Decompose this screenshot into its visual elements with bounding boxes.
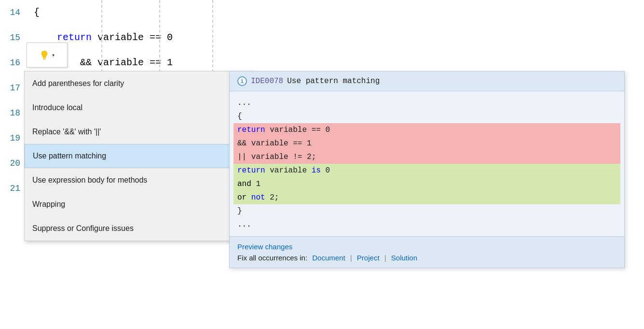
dashed-guide-3 [212, 0, 213, 77]
preview-panel: i IDE0078 Use pattern matching ... { ret… [229, 71, 625, 268]
solution-link[interactable]: Solution [391, 254, 417, 262]
code-line-15: return variable == 0 [34, 25, 644, 50]
ellipsis-top: ... [237, 99, 251, 107]
menu-item-use-pattern-matching[interactable]: Use pattern matching ▶ [25, 144, 253, 168]
added-line-3: or not 2; [233, 191, 620, 204]
menu-item-suppress[interactable]: Suppress or Configure issues ▶ [25, 216, 253, 241]
document-link[interactable]: Document [312, 254, 345, 262]
brace-open: { [237, 112, 242, 121]
separator-1: | [350, 254, 352, 262]
preview-ide-id: IDE0078 [251, 77, 283, 86]
dashed-guide-2 [159, 0, 160, 77]
added-line-1: return variable is 0 [233, 164, 620, 177]
dropdown-arrow: ▾ [52, 52, 55, 59]
separator-2: | [384, 254, 386, 262]
deleted-line-3: || variable != 2; [233, 150, 620, 164]
line-num-17: 17 [0, 75, 20, 100]
preview-title: Use pattern matching [287, 77, 380, 86]
line-num-20: 20 [0, 151, 20, 176]
menu-item-add-parentheses[interactable]: Add parentheses for clarity [25, 72, 253, 96]
context-menu: Add parentheses for clarity Introduce lo… [24, 71, 253, 241]
menu-item-introduce-local[interactable]: Introduce local ▶ [25, 96, 253, 120]
preview-header: i IDE0078 Use pattern matching [230, 72, 624, 91]
menu-item-label: Replace '&&' with '||' [32, 120, 101, 144]
deleted-line-2: && variable == 1 [233, 137, 620, 150]
preview-code: ... { return variable == 0 && variable =… [230, 91, 624, 236]
menu-item-label: Use pattern matching [33, 144, 106, 168]
line-num-14: 14 [0, 0, 20, 25]
menu-item-label: Introduce local [32, 96, 82, 120]
deleted-line-1: return variable == 0 [233, 123, 620, 137]
lightbulb-button[interactable]: ▾ [27, 43, 68, 68]
project-link[interactable]: Project [357, 254, 380, 262]
menu-item-label: Suppress or Configure issues [32, 216, 134, 241]
line-num-18: 18 [0, 100, 20, 126]
added-line-2: and 1 [233, 177, 620, 191]
ellipsis-bottom: ... [237, 220, 251, 229]
menu-item-wrapping[interactable]: Wrapping ▶ [25, 192, 253, 216]
menu-item-label: Wrapping [32, 192, 65, 216]
dashed-guide-1 [101, 0, 102, 77]
info-icon: i [237, 76, 247, 86]
code-line-14: { [34, 0, 644, 25]
menu-item-label: Use expression body for methods [32, 168, 147, 192]
line-num-15: 15 [0, 25, 20, 50]
line-num-16: 16 [0, 50, 20, 75]
menu-item-replace-and[interactable]: Replace '&&' with '||' [25, 120, 253, 144]
line-num-21: 21 [0, 176, 20, 201]
menu-item-label: Add parentheses for clarity [32, 72, 124, 96]
fix-all-label: Fix all occurrences in: [237, 254, 307, 262]
line-numbers: 14 15 16 17 18 19 20 21 [0, 0, 24, 329]
brace-close: } [237, 207, 242, 215]
preview-changes-link[interactable]: Preview changes [237, 243, 292, 251]
lightbulb-icon [39, 50, 50, 60]
preview-footer: Preview changes Fix all occurrences in: … [230, 236, 624, 268]
menu-item-use-expression-body[interactable]: Use expression body for methods [25, 168, 253, 192]
line-num-19: 19 [0, 126, 20, 151]
